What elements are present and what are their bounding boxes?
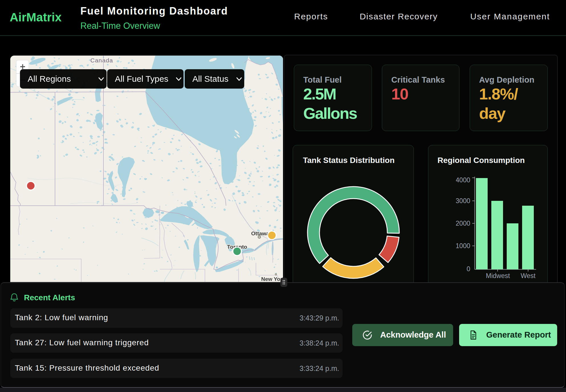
svg-text:Ottawa: Ottawa [251,230,269,236]
svg-text:New York: New York [261,276,283,282]
svg-text:All Fuel Types: All Fuel Types [115,74,168,83]
svg-text:All Regions: All Regions [28,74,71,83]
svg-text:1000: 1000 [456,242,470,250]
svg-text:4000: 4000 [456,176,470,184]
svg-text:0: 0 [467,265,470,273]
svg-text:All Status: All Status [192,74,229,83]
svg-text:Canada: Canada [90,57,113,64]
svg-text:3000: 3000 [456,197,470,205]
svg-text:West: West [521,272,536,279]
svg-text:Midwest: Midwest [486,272,510,279]
svg-text:2000: 2000 [456,220,470,227]
